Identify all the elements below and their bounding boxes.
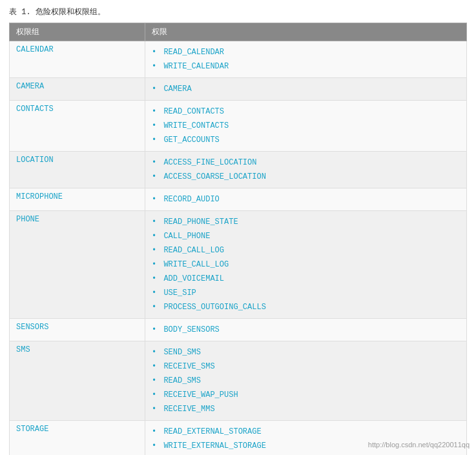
group-cell: SENSORS bbox=[10, 319, 145, 341]
permission-item: READ_CALENDAR bbox=[152, 45, 460, 59]
permission-item: WRITE_CONTACTS bbox=[152, 119, 460, 133]
permissions-cell: SEND_SMSRECEIVE_SMSREAD_SMSRECEIVE_WAP_P… bbox=[145, 341, 467, 421]
permission-item: READ_EXTERNAL_STORAGE bbox=[152, 425, 460, 439]
permissions-cell: BODY_SENSORS bbox=[145, 319, 467, 341]
permission-item: SEND_SMS bbox=[152, 345, 460, 359]
watermark: http://blog.csdn.net/qq220011qq bbox=[368, 441, 470, 449]
permission-item: READ_SMS bbox=[152, 374, 460, 388]
permissions-cell: READ_CALENDARWRITE_CALENDAR bbox=[145, 41, 467, 78]
permission-item: GET_ACCOUNTS bbox=[152, 133, 460, 147]
permission-item: BODY_SENSORS bbox=[152, 323, 460, 337]
group-cell: MICROPHONE bbox=[10, 188, 145, 211]
permission-item: ADD_VOICEMAIL bbox=[152, 272, 460, 286]
permissions-table: 权限组 权限 CALENDARREAD_CALENDARWRITE_CALEND… bbox=[9, 23, 467, 455]
group-cell: CONTACTS bbox=[10, 101, 145, 152]
col-header-permission: 权限 bbox=[145, 23, 467, 41]
permission-item: READ_PHONE_STATE bbox=[152, 215, 460, 229]
group-cell: SMS bbox=[10, 341, 145, 421]
permission-item: READ_CONTACTS bbox=[152, 105, 460, 119]
permission-item: USE_SIP bbox=[152, 286, 460, 300]
permission-item: WRITE_CALL_LOG bbox=[152, 258, 460, 272]
group-cell: PHONE bbox=[10, 211, 145, 319]
permission-item: RECORD_AUDIO bbox=[152, 192, 460, 207]
group-cell: STORAGE bbox=[10, 421, 145, 456]
permission-item: RECEIVE_SMS bbox=[152, 359, 460, 374]
permission-item: CAMERA bbox=[152, 82, 460, 96]
permissions-cell: RECORD_AUDIO bbox=[145, 188, 467, 211]
permission-item: ACCESS_FINE_LOCATION bbox=[152, 156, 460, 170]
table-caption: 表 1. 危险权限和权限组。 bbox=[9, 6, 467, 17]
permissions-cell: ACCESS_FINE_LOCATIONACCESS_COARSE_LOCATI… bbox=[145, 152, 467, 188]
permission-item: CALL_PHONE bbox=[152, 229, 460, 243]
permission-item: RECEIVE_MMS bbox=[152, 402, 460, 416]
permissions-cell: READ_PHONE_STATECALL_PHONEREAD_CALL_LOGW… bbox=[145, 211, 467, 319]
permission-item: READ_CALL_LOG bbox=[152, 243, 460, 258]
col-header-group: 权限组 bbox=[10, 23, 145, 41]
group-cell: LOCATION bbox=[10, 152, 145, 188]
group-cell: CALENDAR bbox=[10, 41, 145, 78]
permission-item: WRITE_CALENDAR bbox=[152, 59, 460, 74]
group-cell: CAMERA bbox=[10, 78, 145, 101]
permissions-cell: CAMERA bbox=[145, 78, 467, 101]
permissions-cell: READ_CONTACTSWRITE_CONTACTSGET_ACCOUNTS bbox=[145, 101, 467, 152]
permission-item: PROCESS_OUTGOING_CALLS bbox=[152, 300, 460, 314]
permission-item: RECEIVE_WAP_PUSH bbox=[152, 388, 460, 402]
permission-item: ACCESS_COARSE_LOCATION bbox=[152, 170, 460, 184]
permissions-cell: READ_EXTERNAL_STORAGEWRITE_EXTERNAL_STOR… bbox=[145, 421, 467, 456]
